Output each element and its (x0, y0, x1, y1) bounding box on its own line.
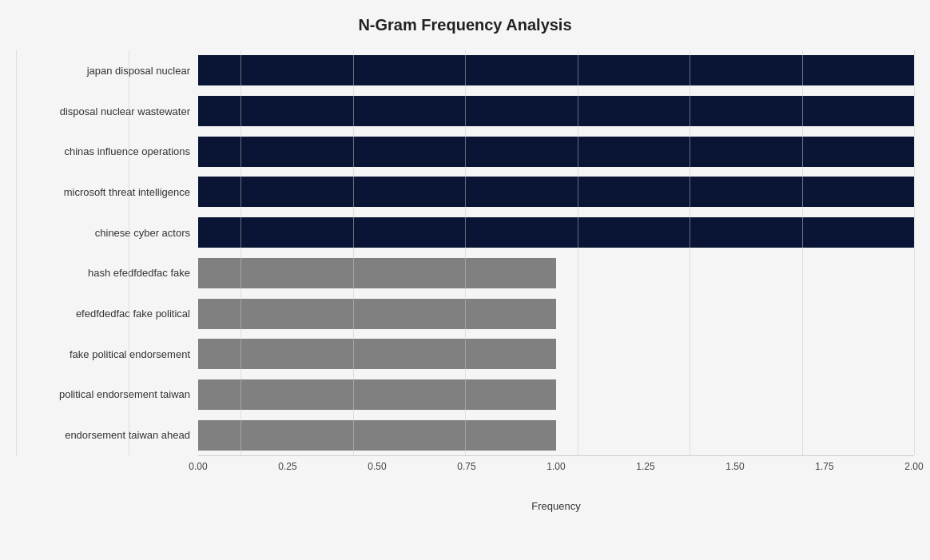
bar-label: disposal nuclear wastewater (16, 105, 198, 117)
x-tick: 1.75 (815, 461, 833, 472)
grid-line (914, 50, 915, 455)
bar-row: efedfdedfac fake political (16, 293, 914, 334)
bar-track (198, 299, 914, 329)
x-tick: 1.00 (546, 461, 565, 472)
bar-label: hash efedfdedfac fake (16, 267, 198, 279)
x-tick: 1.50 (725, 461, 744, 472)
bar-label: fake political endorsement (16, 348, 198, 360)
bar-fill (198, 420, 556, 451)
bar-row: disposal nuclear wastewater (16, 91, 914, 132)
x-tick: 0.25 (278, 461, 296, 472)
bar-track (198, 177, 914, 207)
bar-label: chinas influence operations (16, 145, 198, 157)
x-axis: 0.000.250.500.751.001.251.501.752.00 (198, 455, 914, 479)
bar-track (198, 217, 914, 248)
bar-row: microsoft threat intelligence (16, 172, 914, 212)
bar-row: political endorsement taiwan (16, 375, 914, 415)
x-tick: 1.25 (636, 461, 654, 472)
bar-fill (198, 137, 914, 167)
bar-row: endorsement taiwan ahead (16, 415, 914, 455)
bar-fill (198, 177, 914, 207)
x-tick: 2.00 (904, 461, 923, 472)
bar-track (198, 339, 914, 369)
bar-label: efedfdedfac fake political (16, 308, 198, 320)
bar-label: japan disposal nuclear (16, 65, 198, 77)
x-axis-label: Frequency (198, 500, 914, 512)
bar-track (198, 55, 914, 85)
bar-fill (198, 217, 914, 248)
bar-row: hash efedfdedfac fake (16, 253, 914, 294)
bar-fill (198, 55, 914, 85)
bar-track (198, 258, 914, 288)
bar-fill (198, 258, 556, 288)
bar-track (198, 379, 914, 410)
bar-row: chinas influence operations (16, 131, 914, 172)
bars-wrapper: japan disposal nucleardisposal nuclear w… (16, 50, 914, 455)
bar-row: japan disposal nuclear (16, 50, 914, 91)
chart-title: N-Gram Frequency Analysis (16, 16, 914, 34)
bar-label: microsoft threat intelligence (16, 186, 198, 198)
bar-track (198, 96, 914, 126)
x-tick: 0.00 (189, 461, 207, 472)
bar-fill (198, 379, 556, 410)
bar-fill (198, 339, 556, 369)
x-tick: 0.75 (457, 461, 475, 472)
x-tick: 0.50 (368, 461, 386, 472)
bar-track (198, 420, 914, 451)
bar-label: chinese cyber actors (16, 227, 198, 239)
bar-fill (198, 96, 914, 126)
bar-row: chinese cyber actors (16, 212, 914, 253)
bar-label: endorsement taiwan ahead (16, 429, 198, 441)
bar-label: political endorsement taiwan (16, 388, 198, 400)
bar-fill (198, 299, 556, 329)
bar-row: fake political endorsement (16, 334, 914, 375)
chart-container: N-Gram Frequency Analysis japan disposal… (0, 0, 930, 560)
chart-area: japan disposal nucleardisposal nuclear w… (16, 50, 914, 512)
bar-track (198, 137, 914, 167)
